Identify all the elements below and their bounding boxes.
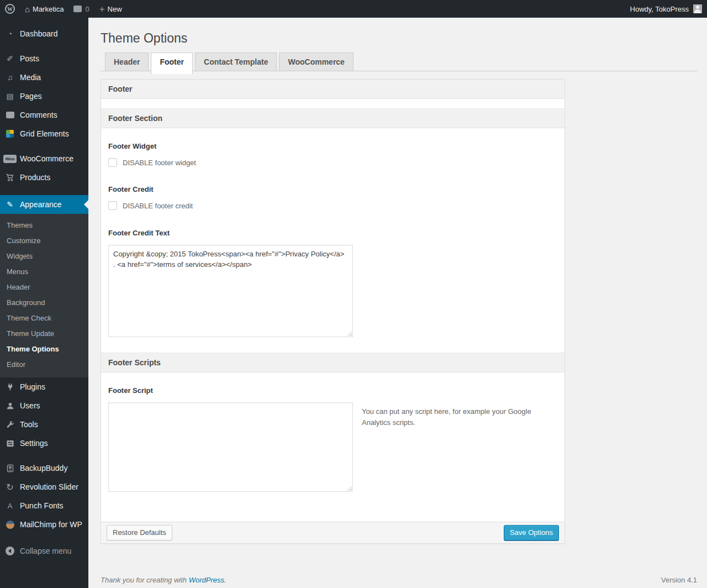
- appearance-submenu: Themes Customize Widgets Menus Header Ba…: [0, 214, 88, 377]
- sidebar-item-mailchimp[interactable]: MailChimp for WP: [0, 515, 88, 534]
- footer-credit-checkbox-label: DISABLE footer credit: [123, 202, 193, 210]
- menu-separator: [0, 187, 88, 195]
- collapse-arrow-icon: [4, 547, 15, 555]
- tab-contact-template[interactable]: Contact Template: [195, 53, 277, 71]
- wrench-icon: [4, 421, 15, 429]
- section-header-footer-scripts: Footer Scripts: [101, 353, 564, 372]
- sidebar-item-pages[interactable]: ▤ Pages: [0, 87, 88, 106]
- footer-credit-textarea-wrap: Copyright &copy; 2015 TokoPress<span><a …: [108, 245, 353, 337]
- footer-credit-checkbox[interactable]: [108, 201, 117, 210]
- admin-bar-account[interactable]: Howdy, TokoPress: [625, 0, 707, 18]
- plus-icon: +: [99, 4, 105, 14]
- version-label: Version 4.1: [661, 576, 697, 584]
- sidebar-item-plugins[interactable]: Plugins: [0, 377, 88, 396]
- footer-widget-label: Footer Widget: [108, 142, 557, 151]
- footer-credit-text-label: Footer Credit Text: [108, 229, 557, 238]
- avatar: [693, 4, 702, 13]
- footer-section-body: Footer Widget DISABLE footer widget Foot…: [101, 142, 564, 353]
- section-header-footer-section: Footer Section: [101, 108, 564, 128]
- media-icon: ♫: [4, 73, 15, 82]
- footer-thanks-text: Thank you for creating with WordPress.: [101, 576, 226, 584]
- save-options-button[interactable]: Save Options: [504, 525, 559, 540]
- mailchimp-monkey-icon: [4, 521, 15, 529]
- sidebar-item-settings[interactable]: Settings: [0, 434, 88, 453]
- panel-header-footer: Footer: [101, 80, 564, 99]
- letter-a-icon: A: [4, 502, 15, 510]
- sidebar-item-tools[interactable]: Tools: [0, 415, 88, 434]
- submenu-item-theme-check[interactable]: Theme Check: [0, 311, 88, 326]
- collapse-menu-button[interactable]: Collapse menu: [0, 542, 88, 560]
- pages-icon: ▤: [4, 92, 15, 101]
- footer-widget-checkbox-label: DISABLE footer widget: [123, 159, 196, 167]
- footer-script-textarea[interactable]: [108, 402, 353, 492]
- woocommerce-icon: Woo: [4, 155, 15, 163]
- footer-script-help-text: You can put any script here, for example…: [362, 406, 533, 428]
- backup-drive-icon: [4, 464, 15, 473]
- sidebar-item-punch-fonts[interactable]: A Punch Fonts: [0, 496, 88, 515]
- footer-script-row: You can put any script here, for example…: [108, 395, 557, 492]
- howdy-label: Howdy, TokoPress: [630, 5, 689, 13]
- menu-separator: [0, 143, 88, 149]
- menu-separator: [0, 43, 88, 49]
- menu-separator: [0, 453, 88, 459]
- admin-bar: W ⌂ Marketica 0 + New Howdy, TokoPress: [0, 0, 707, 18]
- sidebar-item-products[interactable]: Products: [0, 168, 88, 187]
- submenu-item-theme-update[interactable]: Theme Update: [0, 326, 88, 342]
- submenu-item-header[interactable]: Header: [0, 280, 88, 295]
- restore-defaults-button[interactable]: Restore Defaults: [107, 525, 172, 540]
- panel-actions-bar: Restore Defaults Save Options: [101, 522, 564, 543]
- comment-icon: [73, 6, 82, 12]
- grid-elements-icon: [4, 130, 15, 138]
- wordpress-logo-button[interactable]: W: [0, 0, 20, 18]
- main-content: Theme Options Header Footer Contact Temp…: [88, 0, 707, 584]
- submenu-item-menus[interactable]: Menus: [0, 264, 88, 280]
- sidebar-item-appearance[interactable]: ✎ Appearance: [0, 195, 88, 214]
- comments-icon: [4, 112, 15, 118]
- footer-scripts-body: Footer Script You can put any script her…: [101, 386, 564, 522]
- new-label: New: [108, 5, 122, 13]
- footer-credit-textarea[interactable]: Copyright &copy; 2015 TokoPress<span><a …: [108, 245, 353, 337]
- cart-icon: [4, 174, 15, 182]
- footer-script-label: Footer Script: [108, 386, 557, 395]
- tab-woocommerce[interactable]: WooCommerce: [279, 53, 353, 71]
- sidebar-item-woocommerce[interactable]: Woo WooCommerce: [0, 149, 88, 168]
- sidebar-item-backupbuddy[interactable]: BackupBuddy: [0, 459, 88, 477]
- submenu-item-background[interactable]: Background: [0, 295, 88, 311]
- plugin-icon: [4, 383, 15, 391]
- submenu-item-theme-options[interactable]: Theme Options: [0, 342, 88, 357]
- site-name-link[interactable]: ⌂ Marketica: [20, 0, 68, 18]
- sidebar-item-posts[interactable]: ✐ Posts: [0, 49, 88, 68]
- admin-bar-comments[interactable]: 0: [68, 0, 94, 18]
- tab-header[interactable]: Header: [105, 53, 149, 71]
- appearance-brush-icon: ✎: [4, 200, 15, 209]
- submenu-item-widgets[interactable]: Widgets: [0, 249, 88, 264]
- footer-widget-checkbox[interactable]: [108, 158, 117, 167]
- admin-menu: ◔ Dashboard ✐ Posts ♫ Media ▤ Pages Comm…: [0, 18, 88, 588]
- settings-sliders-icon: [4, 439, 15, 448]
- admin-bar-right: Howdy, TokoPress: [625, 0, 707, 18]
- page-title: Theme Options: [101, 18, 697, 46]
- submenu-item-customize[interactable]: Customize: [0, 233, 88, 249]
- submenu-item-editor[interactable]: Editor: [0, 357, 88, 372]
- panel-spacer: [101, 99, 564, 108]
- sidebar-item-grid-elements[interactable]: Grid Elements: [0, 124, 88, 143]
- tab-bar: Header Footer Contact Template WooCommer…: [101, 53, 697, 71]
- wordpress-logo-icon: W: [5, 4, 15, 14]
- refresh-icon: ↻: [4, 482, 15, 492]
- theme-options-panel: Footer Footer Section Footer Widget DISA…: [101, 79, 565, 544]
- sidebar-item-comments[interactable]: Comments: [0, 106, 88, 124]
- tab-footer[interactable]: Footer: [151, 53, 193, 74]
- sidebar-item-users[interactable]: Users: [0, 396, 88, 415]
- home-icon: ⌂: [25, 5, 30, 13]
- admin-bar-new[interactable]: + New: [94, 0, 127, 18]
- posts-icon: ✐: [4, 54, 15, 63]
- dashboard-icon: ◔: [4, 29, 15, 38]
- site-name-label: Marketica: [33, 5, 64, 13]
- sidebar-item-dashboard[interactable]: ◔ Dashboard: [0, 24, 88, 43]
- submenu-item-themes[interactable]: Themes: [0, 218, 88, 233]
- sidebar-item-revolution-slider[interactable]: ↻ Revolution Slider: [0, 477, 88, 496]
- page-footer: Thank you for creating with WordPress. V…: [101, 576, 697, 584]
- sidebar-item-media[interactable]: ♫ Media: [0, 68, 88, 87]
- admin-bar-left: W ⌂ Marketica 0 + New: [0, 0, 127, 18]
- wordpress-link[interactable]: WordPress: [189, 576, 224, 584]
